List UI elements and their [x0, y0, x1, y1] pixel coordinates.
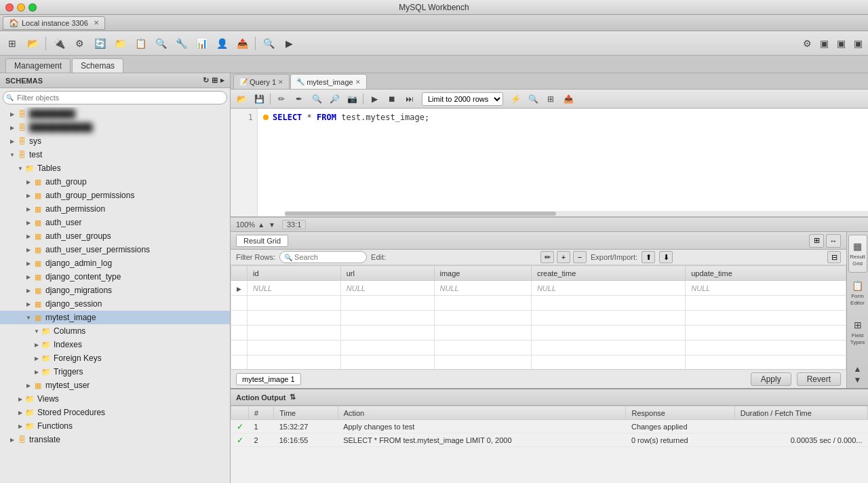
tree-item-auth-user-groups[interactable]: ▶ ▦ auth_user_groups [0, 229, 230, 243]
sidebar-refresh-icon[interactable]: ↻ [203, 76, 209, 85]
tree-item-mytest-image[interactable]: ▼ ▦ mytest_image [0, 311, 230, 324]
tree-item-auth-permission[interactable]: ▶ ▦ auth_permission [0, 202, 230, 216]
field-types-panel-btn[interactable]: ⊞ FieldTypes [848, 313, 867, 351]
table-row[interactable]: ▶ NULL NULL NULL NULL NULL [231, 281, 846, 296]
limit-select[interactable]: Limit to 2000 rows [422, 92, 503, 106]
sql-screenshot-btn[interactable]: 📷 [344, 92, 360, 107]
tree-item-auth-group-perm[interactable]: ▶ ▦ auth_group_permissions [0, 189, 230, 202]
maximize-button[interactable] [28, 3, 37, 12]
cell-url[interactable]: NULL [340, 281, 434, 296]
export-btn[interactable]: ⬆ [642, 251, 655, 263]
sql-stop-btn[interactable]: ⏹ [384, 92, 400, 107]
zoom-control[interactable]: 100% ▲ ▼ [236, 220, 277, 229]
action-output-expand-icon[interactable]: ⇅ [290, 393, 296, 402]
tree-item-foreign-keys[interactable]: ▶ 📁 Foreign Keys [0, 351, 230, 365]
sql-format-btn[interactable]: ⊞ [542, 92, 559, 107]
grid-col-url[interactable]: url [340, 266, 434, 281]
result-footer-tab[interactable]: mytest_image 1 [236, 373, 301, 385]
tree-item-schema1[interactable]: ▶ 🗄 ████████ [0, 107, 230, 121]
grid-col-create-time[interactable]: create_time [531, 266, 685, 281]
sql-run-line-btn[interactable]: ⏭ [401, 92, 418, 107]
result-split-btn[interactable]: ⊟ [827, 251, 841, 263]
tree-item-django-admin-log[interactable]: ▶ ▦ django_admin_log [0, 256, 230, 270]
sql-search-btn[interactable]: 🔍 [309, 92, 325, 107]
toolbar-disconnect-btn[interactable]: ⚙ [70, 34, 89, 53]
close-button[interactable] [5, 3, 14, 12]
result-wrap-btn[interactable]: ↔ [826, 234, 841, 248]
tree-item-django-session[interactable]: ▶ ▦ django_session [0, 297, 230, 311]
tree-item-auth-user-user-perm[interactable]: ▶ ▦ auth_user_user_permissions [0, 243, 230, 256]
instance-tab-close[interactable]: ✕ [94, 19, 99, 26]
action-row-1[interactable]: ✓ 1 15:32:27 Apply changes to test Chang… [231, 420, 868, 433]
chevron-down-btn[interactable]: ▼ [848, 374, 867, 385]
tab-schemas[interactable]: Schemas [72, 58, 123, 73]
toolbar-view3-btn[interactable]: ▣ [850, 36, 865, 51]
edit-pencil-btn[interactable]: ✏ [540, 251, 554, 263]
sql-save-btn[interactable]: 💾 [251, 92, 267, 107]
toolbar-schema-btn[interactable]: 📁 [111, 34, 130, 53]
horizontal-scrollbar[interactable] [285, 211, 868, 216]
action-row-2[interactable]: ✓ 2 16:16:55 SELECT * FROM test.mytest_i… [231, 433, 868, 447]
sql-run-btn[interactable]: ▶ [366, 92, 382, 107]
sql-open-btn[interactable]: 📂 [233, 92, 250, 107]
tree-item-django-migrations[interactable]: ▶ ▦ django_migrations [0, 284, 230, 297]
tree-item-indexes[interactable]: ▶ 📁 Indexes [0, 338, 230, 351]
window-controls[interactable] [5, 3, 37, 12]
data-grid[interactable]: id url image create_time update_time ▶ N… [231, 265, 846, 369]
query-tab-2[interactable]: 🔧 mytest_image ✕ [290, 74, 366, 89]
sql-find-btn[interactable]: 🔎 [326, 92, 342, 107]
zoom-up-btn[interactable]: ▲ [256, 221, 266, 229]
search-input[interactable] [3, 91, 227, 104]
tree-item-translate[interactable]: ▶ 🗄 translate [0, 433, 230, 446]
cell-id[interactable]: NULL [248, 281, 341, 296]
tab-management[interactable]: Management [5, 58, 71, 73]
tree-item-auth-group[interactable]: ▶ ▦ auth_group [0, 175, 230, 189]
sql-edit1-btn[interactable]: ✏ [273, 92, 290, 107]
cell-create-time[interactable]: NULL [531, 281, 685, 296]
query-tab-close-1[interactable]: ✕ [278, 79, 283, 85]
toolbar-performance-btn[interactable]: 📊 [192, 34, 211, 53]
tree-item-auth-user[interactable]: ▶ ▦ auth_user [0, 216, 230, 229]
query-tab-1[interactable]: 📝 Query 1 ✕ [233, 74, 290, 89]
tree-item-mytest-user[interactable]: ▶ ▦ mytest_user [0, 379, 230, 392]
filter-search-input[interactable] [294, 253, 362, 261]
tree-item-tables[interactable]: ▼ 📁 Tables [0, 161, 230, 175]
toolbar-export-btn[interactable]: 📤 [233, 34, 252, 53]
result-grid-panel-btn[interactable]: ▦ ResultGrid [848, 235, 867, 273]
toolbar-table-btn[interactable]: 📋 [131, 34, 150, 53]
toolbar-query-btn[interactable]: 🔍 [151, 34, 170, 53]
edit-add-btn[interactable]: + [557, 251, 570, 263]
instance-tab[interactable]: 🏠 Local instance 3306 ✕ [3, 16, 105, 30]
tree-item-views[interactable]: ▶ 📁 Views [0, 392, 230, 406]
tree-item-triggers[interactable]: ▶ 📁 Triggers [0, 365, 230, 379]
zoom-down-btn[interactable]: ▼ [267, 221, 277, 229]
tree-item-columns[interactable]: ▼ 📁 Columns [0, 324, 230, 338]
sql-exec-btn[interactable]: ⚡ [507, 92, 524, 107]
editor-content[interactable]: SELECT * FROM test.mytest_image; [258, 109, 868, 216]
import-btn[interactable]: ⬇ [659, 251, 673, 263]
revert-button[interactable]: Revert [797, 372, 841, 386]
toolbar-open-btn[interactable]: 📂 [23, 34, 42, 53]
toolbar-view1-btn[interactable]: ▣ [816, 36, 831, 51]
toolbar-new-btn[interactable]: ⊞ [3, 34, 22, 53]
edit-del-btn[interactable]: − [573, 251, 587, 263]
tree-item-stored-procedures[interactable]: ▶ 📁 Stored Procedures [0, 406, 230, 419]
sql-export-btn[interactable]: 📤 [560, 92, 576, 107]
result-grid-tab[interactable]: Result Grid [236, 235, 288, 247]
form-editor-panel-btn[interactable]: 📋 FormEditor [848, 274, 867, 312]
toolbar-run-btn[interactable]: ▶ [279, 34, 298, 53]
tree-item-functions[interactable]: ▶ 📁 Functions [0, 419, 230, 433]
grid-col-update-time[interactable]: update_time [686, 266, 846, 281]
tree-item-schema2[interactable]: ▶ 🗄 ███████████ [0, 121, 230, 134]
cell-update-time[interactable]: NULL [686, 281, 846, 296]
minimize-button[interactable] [17, 3, 25, 12]
apply-button[interactable]: Apply [751, 372, 791, 386]
cell-image[interactable]: NULL [434, 281, 531, 296]
grid-col-image[interactable]: image [434, 266, 531, 281]
sidebar-filter-icon[interactable]: ⊞ [212, 76, 218, 85]
chevron-up-btn[interactable]: ▲ [848, 364, 867, 374]
toolbar-refresh-btn[interactable]: 🔄 [90, 34, 109, 53]
tree-item-sys[interactable]: ▶ 🗄 sys [0, 134, 230, 148]
toolbar-user-btn[interactable]: 👤 [212, 34, 231, 53]
sql-edit2-btn[interactable]: ✒ [291, 92, 307, 107]
